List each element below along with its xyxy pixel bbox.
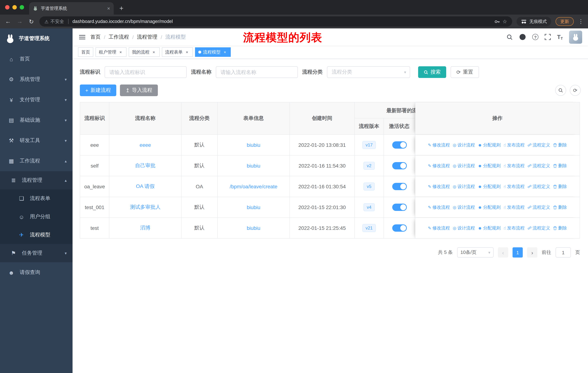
active-toggle[interactable] xyxy=(392,224,407,232)
refresh-table-button[interactable]: ⟳ xyxy=(570,85,581,96)
sidebar-item-task-management[interactable]: ⚑ 任务管理 ▾ xyxy=(0,244,73,262)
next-page-button[interactable]: › xyxy=(527,247,537,258)
sidebar-item-infrastructure[interactable]: ▤ 基础设施 ▾ xyxy=(0,110,73,131)
breadcrumb-home[interactable]: 首页 xyxy=(90,34,101,40)
design-process-link[interactable]: ◎设计流程 xyxy=(453,204,475,210)
assign-rule-link[interactable]: ☻分配规则 xyxy=(478,204,501,210)
delete-process-link[interactable]: 删除 xyxy=(553,163,567,169)
publish-process-link[interactable]: ☝发布流程 xyxy=(504,142,525,148)
avatar[interactable] xyxy=(569,30,582,43)
modify-process-link[interactable]: ✎修改流程 xyxy=(428,183,450,190)
assign-rule-link[interactable]: ☻分配规则 xyxy=(478,183,501,190)
tag-home[interactable]: 首页 xyxy=(78,47,93,57)
search-icon[interactable] xyxy=(506,34,513,40)
prev-page-button[interactable]: ‹ xyxy=(498,247,508,258)
tab-close-icon[interactable]: × xyxy=(107,5,110,11)
form-info-link[interactable]: biubiu xyxy=(247,163,261,169)
modify-process-link[interactable]: ✎修改流程 xyxy=(428,225,450,231)
modify-process-link[interactable]: ✎修改流程 xyxy=(428,142,450,148)
publish-process-link[interactable]: ☝发布流程 xyxy=(504,163,525,169)
toggle-search-button[interactable] xyxy=(555,85,566,96)
process-name-link[interactable]: 测试多审批人 xyxy=(130,204,161,211)
browser-tab[interactable]: 芋道管理系统 × xyxy=(29,2,114,15)
page-size-select[interactable]: 10条/页 ▾ xyxy=(457,247,494,258)
assign-rule-link[interactable]: ☻分配规则 xyxy=(478,225,501,231)
sidebar-item-process-form[interactable]: ❏ 流程表单 xyxy=(0,189,73,208)
import-process-button[interactable]: ↥ 导入流程 xyxy=(120,84,158,96)
search-button[interactable]: 搜索 xyxy=(418,66,446,78)
process-definition-link[interactable]: ☍流程定义 xyxy=(527,142,550,148)
active-toggle[interactable] xyxy=(392,204,407,211)
active-toggle[interactable] xyxy=(392,141,407,149)
delete-process-link[interactable]: 删除 xyxy=(553,183,567,190)
form-info-link[interactable]: biubiu xyxy=(247,142,261,148)
browser-menu-icon[interactable]: ⋮ xyxy=(578,18,584,25)
close-icon[interactable]: × xyxy=(118,50,123,54)
design-process-link[interactable]: ◎设计流程 xyxy=(453,163,475,169)
sidebar-item-process-management[interactable]: ≣ 流程管理 ▴ xyxy=(0,171,73,189)
process-definition-link[interactable]: ☍流程定义 xyxy=(527,225,550,231)
current-page-button[interactable]: 1 xyxy=(513,247,523,258)
sidebar-item-user-group[interactable]: ☺ 用户分组 xyxy=(0,208,73,226)
minimize-window-button[interactable] xyxy=(12,5,17,10)
assign-rule-link[interactable]: ☻分配规则 xyxy=(478,142,501,148)
design-process-link[interactable]: ◎设计流程 xyxy=(453,225,475,231)
delete-process-link[interactable]: 删除 xyxy=(553,225,567,231)
bookmark-star-icon[interactable]: ☆ xyxy=(503,19,507,24)
sidebar-item-home[interactable]: ⌂ 首页 xyxy=(0,49,73,69)
process-definition-link[interactable]: ☍流程定义 xyxy=(527,204,550,210)
sidebar-item-workflow[interactable]: ▦ 工作流程 ▴ xyxy=(0,151,73,171)
process-key-input[interactable] xyxy=(105,66,187,78)
security-warning[interactable]: ⚠ 不安全 xyxy=(44,18,64,25)
delete-process-link[interactable]: 删除 xyxy=(553,204,567,210)
github-icon[interactable] xyxy=(519,33,526,40)
fullscreen-icon[interactable] xyxy=(545,34,551,40)
goto-page-input[interactable] xyxy=(556,247,571,258)
hamburger-icon[interactable] xyxy=(79,37,85,37)
assign-rule-link[interactable]: ☻分配规则 xyxy=(478,163,501,169)
address-bar[interactable]: ⚠ 不安全 dashboard.yudao.iocoder.cn/bpm/man… xyxy=(39,16,512,27)
publish-process-link[interactable]: ☝发布流程 xyxy=(504,225,525,231)
form-info-link[interactable]: biubiu xyxy=(247,225,261,231)
sidebar-item-payment[interactable]: ¥ 支付管理 ▾ xyxy=(0,90,73,110)
process-name-link[interactable]: 自己审批 xyxy=(135,162,156,169)
process-category-select[interactable]: 流程分类 ▾ xyxy=(327,66,410,78)
modify-process-link[interactable]: ✎修改流程 xyxy=(428,163,450,169)
design-process-link[interactable]: ◎设计流程 xyxy=(453,183,475,190)
process-name-input[interactable] xyxy=(216,66,298,78)
reload-icon[interactable]: ↻ xyxy=(28,18,35,25)
process-name-link[interactable]: eeee xyxy=(140,142,151,148)
tag-tenant[interactable]: 租户管理 × xyxy=(95,47,126,57)
breadcrumb-workflow[interactable]: 工作流程 xyxy=(109,34,129,40)
sidebar-item-rnd-tools[interactable]: ⚒ 研发工具 ▾ xyxy=(0,131,73,151)
modify-process-link[interactable]: ✎修改流程 xyxy=(428,204,450,210)
tag-my-process[interactable]: 我的流程 × xyxy=(129,47,160,57)
close-icon[interactable]: × xyxy=(151,50,156,54)
sidebar-item-system[interactable]: ⚙ 系统管理 ▾ xyxy=(0,69,73,90)
zoom-window-button[interactable] xyxy=(20,5,24,10)
create-process-button[interactable]: + 新建流程 xyxy=(80,84,116,96)
forward-icon[interactable]: → xyxy=(16,18,23,25)
close-icon[interactable]: × xyxy=(184,50,189,54)
process-name-link[interactable]: 滔博 xyxy=(140,225,150,231)
process-definition-link[interactable]: ☍流程定义 xyxy=(527,183,550,190)
process-name-link[interactable]: OA 请假 xyxy=(136,183,155,190)
reset-button[interactable]: ⟳ 重置 xyxy=(451,66,479,78)
new-tab-button[interactable]: + xyxy=(116,3,127,14)
active-toggle[interactable] xyxy=(392,162,407,169)
publish-process-link[interactable]: ☝发布流程 xyxy=(504,183,525,190)
publish-process-link[interactable]: ☝发布流程 xyxy=(504,204,525,210)
close-window-button[interactable] xyxy=(5,5,10,10)
tag-process-model[interactable]: 流程模型 × xyxy=(195,47,231,57)
delete-process-link[interactable]: 删除 xyxy=(553,142,567,148)
browser-update-button[interactable]: 更新 xyxy=(556,17,574,26)
design-process-link[interactable]: ◎设计流程 xyxy=(453,142,475,148)
help-icon[interactable]: ? xyxy=(532,34,538,40)
process-definition-link[interactable]: ☍流程定义 xyxy=(527,163,550,169)
back-icon[interactable]: ← xyxy=(4,18,12,25)
tag-process-form[interactable]: 流程表单 × xyxy=(162,47,193,57)
password-key-icon[interactable] xyxy=(494,19,500,24)
active-toggle[interactable] xyxy=(392,183,407,190)
sidebar-item-process-model[interactable]: ✈ 流程模型 xyxy=(0,226,73,244)
breadcrumb-process-management[interactable]: 流程管理 xyxy=(137,34,158,40)
